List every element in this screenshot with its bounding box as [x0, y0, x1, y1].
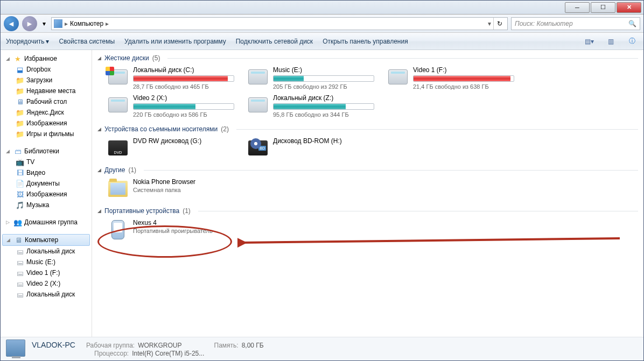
computer-icon: 🖥: [14, 236, 23, 244]
help-button[interactable]: ⓘ: [626, 36, 638, 47]
library-icon: 📄: [16, 179, 24, 188]
sidebar-item-yandex[interactable]: 📁Яндекс.Диск: [1, 107, 92, 118]
sidebar-drive-x[interactable]: 🖴Video 2 (X:): [1, 278, 92, 289]
drive-icon: 🖴: [16, 247, 24, 256]
folder-icon: 📁: [16, 130, 24, 138]
disk-tile[interactable]: Локальный диск (Z:) 95,8 ГБ свободно из …: [246, 93, 375, 119]
sidebar-item-desktop[interactable]: 🖥Рабочий стол: [1, 96, 92, 107]
search-placeholder: Поиск: Компьютер: [515, 20, 573, 27]
map-network-drive-button[interactable]: Подключить сетевой диск: [236, 38, 313, 45]
titlebar: ─ ☐ ✕: [1, 1, 643, 15]
disk-tile[interactable]: Video 2 (X:) 220 ГБ свободно из 586 ГБ: [106, 93, 235, 119]
library-icon: 🎞: [16, 168, 24, 177]
control-panel-button[interactable]: Открыть панель управления: [323, 38, 408, 45]
computer-icon: [6, 339, 25, 357]
drive-icon: [248, 69, 268, 84]
back-button[interactable]: ◄: [4, 16, 19, 31]
usage-bar: [273, 75, 374, 82]
group-other[interactable]: ◢Другие (1): [97, 164, 638, 176]
dvd-drive-tile[interactable]: DVD DVD RW дисковод (G:): [106, 136, 235, 160]
bd-drive-tile[interactable]: Дисковод BD-ROM (H:): [246, 136, 375, 160]
nexus4-tile[interactable]: Nexus 4Портативный проигрыватель: [106, 218, 235, 242]
collapse-icon: ◢: [6, 148, 11, 154]
breadcrumb-segment[interactable]: Компьютер: [70, 20, 103, 27]
nokia-browser-tile[interactable]: Nokia Phone BrowserСистемная папка: [106, 177, 235, 201]
sidebar-item-video[interactable]: 🎞Видео: [1, 167, 92, 178]
sidebar-item-downloads[interactable]: 📁Загрузки: [1, 75, 92, 86]
content-pane: ◢Жесткие диски (5) Локальный диск (C:) 2…: [92, 50, 643, 337]
organize-menu[interactable]: Упорядочить▾: [6, 38, 49, 45]
folder-icon: [108, 181, 128, 197]
search-icon: 🔍: [628, 20, 636, 27]
disk-free-text: 28,7 ГБ свободно из 465 ГБ: [133, 83, 234, 90]
sidebar-drive-z[interactable]: 🖴Локальный диск: [1, 289, 92, 300]
favorites-group[interactable]: ◢★Избранное: [1, 53, 92, 64]
view-options-button[interactable]: ▤▾: [583, 36, 595, 47]
dropbox-icon: ⬓: [16, 65, 24, 74]
computer-item[interactable]: ◢🖥Компьютер: [2, 234, 90, 246]
uninstall-program-button[interactable]: Удалить или изменить программу: [124, 38, 226, 45]
collapse-icon: ◢: [6, 56, 11, 61]
drive-icon: [108, 97, 128, 112]
collapse-icon: ◢: [97, 126, 101, 132]
folder-icon: 📁: [16, 119, 24, 128]
sidebar-drive-e[interactable]: 🖴Music (E:): [1, 257, 92, 267]
system-properties-button[interactable]: Свойства системы: [59, 38, 115, 45]
group-removable[interactable]: ◢Устройства со съемными носителями (2): [97, 123, 638, 135]
chevron-down-icon: ▾: [46, 38, 49, 45]
disk-tile[interactable]: Video 1 (F:) 21,4 ГБ свободно из 638 ГБ: [386, 65, 515, 91]
disk-tile[interactable]: Music (E:) 205 ГБ свободно из 292 ГБ: [246, 65, 375, 91]
disk-free-text: 95,8 ГБ свободно из 344 ГБ: [273, 111, 374, 118]
group-hard-disks[interactable]: ◢Жесткие диски (5): [97, 52, 638, 64]
sidebar-item-images[interactable]: 🖼Изображения: [1, 189, 92, 200]
sidebar-item-recent[interactable]: 📁Недавние места: [1, 86, 92, 96]
disk-free-text: 205 ГБ свободно из 292 ГБ: [273, 83, 374, 90]
toolbar: Упорядочить▾ Свойства системы Удалить ил…: [1, 33, 643, 50]
sidebar-drive-f[interactable]: 🖴Video 1 (F:): [1, 267, 92, 278]
preview-pane-button[interactable]: ▥: [605, 36, 617, 47]
sidebar-drive-c[interactable]: 🖴Локальный диск: [1, 246, 92, 257]
computer-icon: [54, 19, 62, 28]
search-input[interactable]: Поиск: Компьютер 🔍: [511, 17, 640, 30]
sidebar-item-tv[interactable]: 📺TV: [1, 157, 92, 167]
details-pane: VLADOK-PC Рабочая группа:WORKGROUP Памят…: [1, 337, 643, 360]
drive-icon: [388, 69, 408, 84]
sidebar-item-games[interactable]: 📁Игры и фильмы: [1, 129, 92, 139]
group-portable[interactable]: ◢Портативные устройства (1): [97, 205, 638, 217]
libraries-group[interactable]: ◢🗃Библиотеки: [1, 146, 92, 157]
forward-button[interactable]: ►: [22, 16, 37, 31]
library-icon: 🗃: [13, 147, 22, 155]
disk-name: Music (E:): [273, 66, 374, 74]
dvd-icon: DVD: [108, 140, 128, 155]
homegroup-item[interactable]: ▷👥Домашняя группа: [1, 217, 92, 228]
library-icon: 🖼: [16, 190, 24, 199]
collapse-icon: ◢: [97, 167, 101, 173]
sidebar-item-documents[interactable]: 📄Документы: [1, 178, 92, 189]
disk-name: Локальный диск (Z:): [273, 94, 374, 102]
nav-history-dropdown[interactable]: ▾: [40, 19, 48, 29]
sidebar-item-dropbox[interactable]: ⬓Dropbox: [1, 64, 92, 75]
close-button[interactable]: ✕: [617, 2, 641, 13]
sidebar-item-pictures[interactable]: 📁Изображения: [1, 118, 92, 129]
pc-name: VLADOK-PC: [32, 341, 75, 349]
refresh-button[interactable]: ↻: [493, 18, 505, 30]
folder-icon: 📁: [16, 76, 24, 84]
address-bar[interactable]: ▸ Компьютер ▸ ▾ ↻: [51, 17, 508, 30]
homegroup-icon: 👥: [13, 218, 22, 226]
drive-icon: 🖴: [16, 268, 24, 277]
phone-icon: [111, 220, 124, 239]
disk-name: Локальный диск (C:): [133, 66, 234, 74]
disk-tile[interactable]: Локальный диск (C:) 28,7 ГБ свободно из …: [106, 65, 235, 91]
drive-icon: [248, 97, 268, 112]
drive-icon: 🖴: [16, 290, 24, 299]
sidebar-item-music[interactable]: 🎵Музыка: [1, 200, 92, 210]
maximize-button[interactable]: ☐: [591, 2, 615, 13]
address-dropdown-icon[interactable]: ▾: [488, 20, 491, 27]
bd-icon: [248, 140, 268, 155]
library-icon: 📺: [16, 158, 24, 166]
drive-icon: [108, 69, 128, 84]
explorer-window: ─ ☐ ✕ ◄ ► ▾ ▸ Компьютер ▸ ▾ ↻ Поиск: Ком…: [0, 0, 644, 361]
minimize-button[interactable]: ─: [565, 2, 590, 13]
navigation-pane: ◢★Избранное ⬓Dropbox 📁Загрузки 📁Недавние…: [1, 50, 92, 337]
disk-free-text: 220 ГБ свободно из 586 ГБ: [133, 111, 234, 118]
